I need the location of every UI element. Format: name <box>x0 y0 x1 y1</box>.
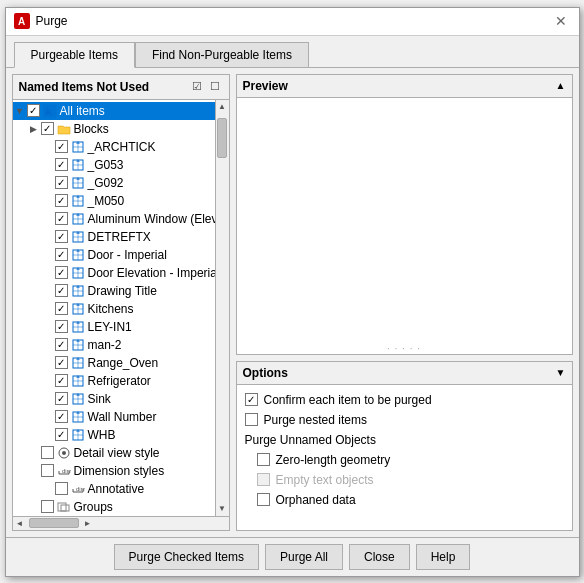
item-checkbox[interactable] <box>41 500 54 513</box>
folder-icon <box>56 121 72 137</box>
purge-all-button[interactable]: Purge All <box>265 544 343 570</box>
item-checkbox[interactable] <box>55 302 68 315</box>
help-button[interactable]: Help <box>416 544 471 570</box>
block-icon <box>70 391 86 407</box>
tree-item[interactable]: dimAnnotative <box>13 480 215 498</box>
item-checkbox[interactable] <box>41 446 54 459</box>
confirm-label: Confirm each item to be purged <box>264 393 432 407</box>
expand-icon[interactable]: ▼ <box>13 104 27 118</box>
tree-item[interactable]: Drawing Title <box>13 282 215 300</box>
tree-item[interactable]: ▶Blocks <box>13 120 215 138</box>
item-checkbox[interactable] <box>55 284 68 297</box>
tree-item[interactable]: man-2 <box>13 336 215 354</box>
tab-non-purgeable[interactable]: Find Non-Purgeable Items <box>135 42 309 67</box>
item-checkbox[interactable] <box>55 374 68 387</box>
item-checkbox[interactable] <box>55 338 68 351</box>
resize-handle[interactable]: · · · · · <box>237 344 572 354</box>
item-checkbox[interactable] <box>55 194 68 207</box>
item-label: LEY-IN1 <box>88 320 211 334</box>
confirm-checkbox[interactable] <box>245 393 258 406</box>
options-content: Confirm each item to be purged Purge nes… <box>237 385 572 515</box>
tree-item[interactable]: _G092 <box>13 174 215 192</box>
tree-item[interactable]: Range_Oven <box>13 354 215 372</box>
tree-item[interactable]: WHB <box>13 426 215 444</box>
tree-item[interactable]: Refrigerator <box>13 372 215 390</box>
hscroll-right-arrow[interactable]: ► <box>81 516 95 530</box>
preview-panel: Preview ▲ · · · · · <box>236 74 573 355</box>
tree-item[interactable]: _G053 <box>13 156 215 174</box>
orphaned-checkbox[interactable] <box>257 493 270 506</box>
tree-item[interactable]: Aluminum Window (Elevat <box>13 210 215 228</box>
zero-length-label: Zero-length geometry <box>276 453 391 467</box>
block-icon <box>70 337 86 353</box>
item-checkbox[interactable] <box>55 410 68 423</box>
item-label: Annotative <box>88 482 211 496</box>
scroll-thumb[interactable] <box>217 118 227 158</box>
item-checkbox[interactable] <box>55 428 68 441</box>
item-checkbox[interactable] <box>55 140 68 153</box>
preview-collapse-icon[interactable]: ▲ <box>556 80 566 91</box>
tree-item[interactable]: dimDimension styles <box>13 462 215 480</box>
purge-dialog: A Purge ✕ Purgeable Items Find Non-Purge… <box>5 7 580 577</box>
tree-item[interactable]: _ARCHTICK <box>13 138 215 156</box>
vertical-scrollbar[interactable]: ▲ ▼ <box>215 100 229 516</box>
expand-icon[interactable]: ▶ <box>27 122 41 136</box>
close-window-button[interactable]: ✕ <box>551 11 571 31</box>
tree-item[interactable]: Door Elevation - Imperial <box>13 264 215 282</box>
svg-rect-80 <box>58 503 66 511</box>
tab-purgeable[interactable]: Purgeable Items <box>14 42 135 68</box>
item-checkbox[interactable] <box>55 482 68 495</box>
purge-checked-button[interactable]: Purge Checked Items <box>114 544 259 570</box>
close-button[interactable]: Close <box>349 544 410 570</box>
item-checkbox[interactable] <box>55 230 68 243</box>
right-panel: Preview ▲ · · · · · Options ▼ Confirm ea… <box>236 74 573 531</box>
tree-item[interactable]: _M050 <box>13 192 215 210</box>
item-checkbox[interactable] <box>55 212 68 225</box>
tab-bar: Purgeable Items Find Non-Purgeable Items <box>6 36 579 68</box>
hscroll-thumb[interactable] <box>29 518 79 528</box>
tree-item[interactable]: ▼AAll items <box>13 102 215 120</box>
item-label: Refrigerator <box>88 374 211 388</box>
scroll-up-arrow[interactable]: ▲ <box>215 100 229 114</box>
item-checkbox[interactable] <box>55 176 68 189</box>
item-checkbox[interactable] <box>55 248 68 261</box>
item-checkbox[interactable] <box>55 356 68 369</box>
tree-item[interactable]: Groups <box>13 498 215 516</box>
option-confirm-row: Confirm each item to be purged <box>245 393 564 407</box>
option-orphaned-row: Orphaned data <box>257 493 564 507</box>
block-icon <box>70 157 86 173</box>
item-checkbox[interactable] <box>55 158 68 171</box>
item-checkbox[interactable] <box>55 266 68 279</box>
tree-item[interactable]: Kitchens <box>13 300 215 318</box>
options-collapse-icon[interactable]: ▼ <box>556 367 566 378</box>
tree-container[interactable]: ▼AAll items▶Blocks_ARCHTICK_G053_G092_M0… <box>13 100 215 516</box>
block-icon <box>70 211 86 227</box>
zero-length-checkbox[interactable] <box>257 453 270 466</box>
item-label: Range_Oven <box>88 356 211 370</box>
left-panel-title: Named Items Not Used <box>19 80 150 94</box>
nested-checkbox[interactable] <box>245 413 258 426</box>
item-checkbox[interactable] <box>55 392 68 405</box>
horizontal-scrollbar[interactable]: ◄ ► <box>13 516 229 530</box>
item-checkbox[interactable] <box>41 464 54 477</box>
check-all-button[interactable]: ☑ <box>189 79 205 95</box>
block-icon <box>70 355 86 371</box>
tree-item[interactable]: DETREFTX <box>13 228 215 246</box>
item-checkbox[interactable] <box>55 320 68 333</box>
item-checkbox[interactable] <box>41 122 54 135</box>
item-checkbox[interactable] <box>27 104 40 117</box>
item-label: man-2 <box>88 338 211 352</box>
block-icon <box>70 373 86 389</box>
hscroll-left-arrow[interactable]: ◄ <box>13 516 27 530</box>
scroll-down-arrow[interactable]: ▼ <box>215 502 229 516</box>
item-label: DETREFTX <box>88 230 211 244</box>
tree-item[interactable]: Wall Number <box>13 408 215 426</box>
tree-item[interactable]: Door - Imperial <box>13 246 215 264</box>
left-panel-header: Named Items Not Used ☑ ☐ <box>13 75 229 100</box>
item-label: Sink <box>88 392 211 406</box>
uncheck-all-button[interactable]: ☐ <box>207 79 223 95</box>
tree-item[interactable]: Sink <box>13 390 215 408</box>
tree-item[interactable]: LEY-IN1 <box>13 318 215 336</box>
empty-text-label: Empty text objects <box>276 473 374 487</box>
tree-item[interactable]: Detail view style <box>13 444 215 462</box>
